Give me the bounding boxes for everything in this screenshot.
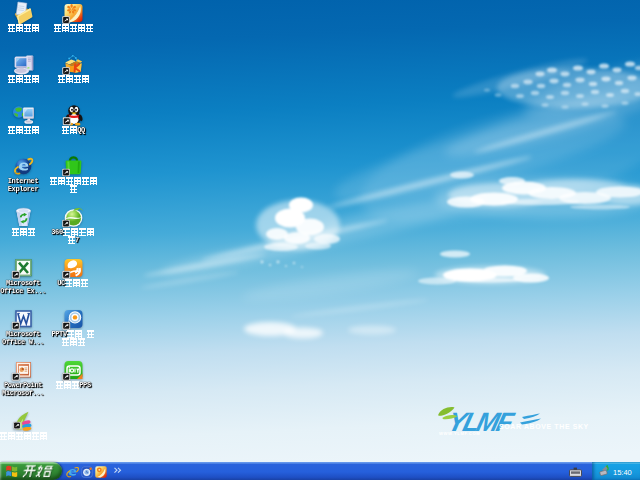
svg-text:SOAR ABOVE THE SKY: SOAR ABOVE THE SKY xyxy=(499,423,589,430)
svg-text:WWW.YLMF.COM: WWW.YLMF.COM xyxy=(439,431,480,436)
